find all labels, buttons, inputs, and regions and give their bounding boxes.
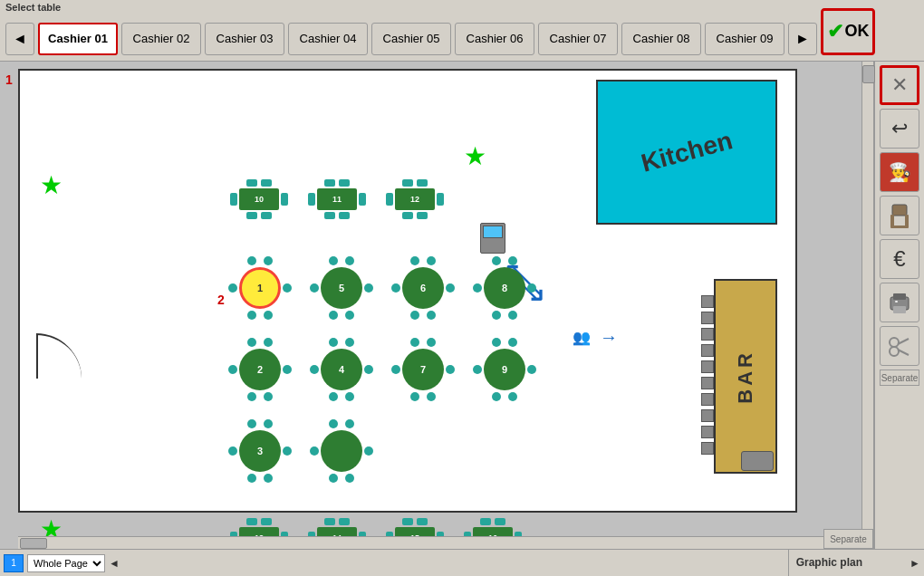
bar-door-3 — [701, 328, 714, 341]
chair — [264, 392, 273, 401]
table-2[interactable]: 2 — [228, 338, 292, 401]
chair — [345, 474, 354, 483]
zoom-select[interactable]: Whole Page 50% 75% 100% 150% 200% — [27, 554, 105, 572]
kitchen-area: Kitchen — [596, 80, 777, 225]
h-scroll-right[interactable]: ► — [910, 557, 920, 570]
star-decoration-3: ★ — [464, 141, 486, 171]
table-8[interactable]: 8 — [473, 256, 536, 320]
nav-forward-button[interactable]: ► — [788, 23, 817, 55]
chair — [247, 338, 256, 347]
cancel-icon: ✕ — [891, 73, 908, 97]
cashier-button-cashier-05[interactable]: Cashier 05 — [371, 23, 451, 55]
cashier-button-cashier-04[interactable]: Cashier 04 — [288, 23, 368, 55]
ok-check-icon: ✔ — [827, 20, 843, 43]
table-5[interactable]: 5 — [310, 256, 373, 320]
chair — [264, 256, 273, 265]
chair — [247, 311, 256, 320]
cashier-button-cashier-09[interactable]: Cashier 09 — [705, 23, 784, 55]
cancel-button[interactable]: ✕ — [880, 65, 919, 105]
table-surface-1: 1 — [239, 267, 281, 309]
keyboard-icon — [741, 451, 774, 471]
chair — [329, 338, 338, 347]
table-4[interactable]: 4 — [310, 338, 373, 401]
bar-door-5 — [701, 360, 714, 373]
scissors-icon — [887, 333, 912, 359]
bar-door-4 — [701, 344, 714, 357]
chair — [308, 193, 315, 206]
table-10[interactable]: 10 — [230, 179, 288, 219]
euro-button[interactable]: € — [880, 239, 919, 279]
cashier-button-cashier-03[interactable]: Cashier 03 — [205, 23, 284, 55]
table-1[interactable]: 1 — [228, 256, 292, 320]
chair — [386, 193, 393, 206]
cashier-button-cashier-06[interactable]: Cashier 06 — [455, 23, 534, 55]
chair — [339, 518, 350, 525]
chair — [508, 311, 517, 320]
printer-icon — [887, 290, 912, 315]
table-11[interactable]: 11 — [308, 179, 366, 219]
bar-area: BAR — [714, 279, 777, 474]
separate-button[interactable]: Separate — [823, 529, 873, 549]
table-surface-rb2 — [321, 430, 362, 472]
cashier-button-cashier-08[interactable]: Cashier 08 — [621, 23, 701, 55]
chair — [261, 212, 272, 219]
chair — [417, 179, 428, 187]
svg-point-8 — [890, 338, 899, 347]
chair — [427, 256, 436, 265]
chair — [492, 311, 501, 320]
cashier-button-cashier-01[interactable]: Cashier 01 — [38, 23, 118, 55]
star-decoration-1: ★ — [40, 170, 63, 200]
undo-button[interactable]: ↩ — [880, 109, 919, 149]
chair — [446, 365, 455, 374]
chair — [345, 311, 354, 320]
chair — [329, 256, 338, 265]
chair — [527, 365, 536, 374]
horizontal-scrollbar[interactable] — [18, 536, 861, 549]
chair — [427, 311, 436, 320]
chair — [473, 365, 482, 374]
chair — [283, 446, 292, 456]
door-arc — [36, 333, 82, 379]
bar-door-2 — [701, 312, 714, 324]
separate-button[interactable]: Separate — [880, 370, 919, 386]
table-6[interactable]: 6 — [391, 256, 455, 320]
ok-button[interactable]: ✔ OK — [821, 8, 875, 55]
table-3[interactable]: 3 — [228, 419, 292, 483]
table-12[interactable]: 12 — [386, 179, 444, 219]
table-surface-9: 9 — [484, 349, 525, 390]
table-7[interactable]: 7 — [391, 338, 455, 401]
scissors-button[interactable] — [880, 326, 919, 366]
graphic-plan-label: Graphic plan — [788, 549, 870, 576]
chair — [247, 419, 256, 428]
chair — [283, 283, 292, 293]
chair — [508, 338, 517, 347]
table-surface-7: 7 — [402, 349, 444, 390]
nav-back-button[interactable]: ◄ — [5, 23, 34, 55]
h-scroll-left[interactable]: ◄ — [109, 557, 120, 570]
table-round-b2[interactable] — [310, 419, 373, 483]
vertical-scrollbar[interactable] — [861, 62, 874, 549]
chair — [339, 179, 350, 187]
cashier-button-cashier-02[interactable]: Cashier 02 — [121, 23, 201, 55]
table-surface-2: 2 — [239, 349, 281, 390]
stool-icon — [887, 201, 912, 230]
waiter-button[interactable]: 👨‍🍳 — [880, 152, 919, 192]
chair — [264, 311, 273, 320]
chair — [324, 179, 335, 187]
chair — [247, 256, 256, 265]
chair — [480, 518, 491, 525]
table-surface-3: 3 — [239, 430, 281, 472]
cashier-button-cashier-07[interactable]: Cashier 07 — [538, 23, 618, 55]
bar-label: BAR — [734, 350, 757, 404]
print-button[interactable] — [880, 283, 919, 322]
chair — [264, 474, 273, 483]
chair — [345, 338, 354, 347]
chair — [329, 419, 338, 428]
chair — [246, 179, 257, 187]
chair — [427, 338, 436, 347]
seat-button[interactable] — [880, 196, 919, 235]
terminal-screen — [483, 226, 503, 238]
table-9[interactable]: 9 — [473, 338, 536, 401]
cashier-buttons-container: Cashier 01Cashier 02Cashier 03Cashier 04… — [38, 23, 784, 55]
chair — [247, 474, 256, 483]
